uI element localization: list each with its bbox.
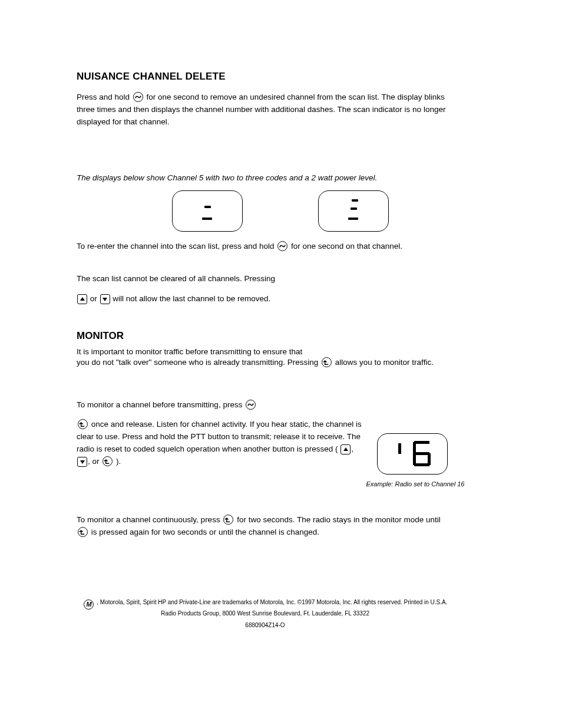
lcd-caption: Example: Radio set to Channel 16 bbox=[365, 480, 465, 487]
channel-down-icon bbox=[100, 294, 110, 304]
footer-address: Radio Products Group, 8000 West Sunrise … bbox=[59, 610, 471, 618]
text: for two seconds. The radio stays in the … bbox=[237, 515, 441, 524]
nuisance-para3-line2: or will not allow the last channel to be… bbox=[77, 293, 454, 305]
channel-up-icon bbox=[77, 294, 87, 304]
scan-icon bbox=[246, 400, 256, 410]
text: The scan list cannot be cleared of all c… bbox=[77, 274, 275, 283]
nuisance-para1: Press and hold for one second to remove … bbox=[77, 91, 454, 129]
monitor-para2: To monitor a channel before transmitting… bbox=[77, 399, 371, 411]
enter-monitor-icon bbox=[78, 527, 88, 537]
text: , Motorola, Spirit, Spirit HP and Privat… bbox=[97, 599, 447, 605]
nuisance-para3-line1: The scan list cannot be cleared of all c… bbox=[77, 273, 454, 285]
lcd-display-channel16 bbox=[377, 433, 448, 475]
monitor-para2b: once and release. Listen for channel act… bbox=[77, 419, 365, 468]
channel-down-icon bbox=[77, 457, 87, 467]
footer-copyright: M , Motorola, Spirit, Spirit HP and Priv… bbox=[59, 598, 471, 610]
manual-page: { "title": "NUISANCE CHANNEL DELETE", "p… bbox=[0, 0, 562, 728]
enter-monitor-icon bbox=[322, 357, 332, 367]
text: or bbox=[90, 294, 97, 303]
monitor-para3: To monitor a channel continuously, press… bbox=[77, 514, 454, 539]
monitor-para1-l2: you do not "talk over" someone who is al… bbox=[77, 357, 454, 369]
scan-icon bbox=[277, 241, 287, 251]
text: allows you to monitor traffic. bbox=[335, 358, 434, 367]
text: for one second on that channel. bbox=[291, 242, 402, 251]
channel-up-icon bbox=[340, 444, 351, 454]
text: will not allow the last channel to be re… bbox=[113, 294, 270, 303]
monitor-title: MONITOR bbox=[77, 328, 454, 344]
text: Press and hold bbox=[77, 93, 132, 101]
text: , or bbox=[88, 457, 100, 466]
scan-icon bbox=[133, 92, 143, 102]
text: To monitor a channel before transmitting… bbox=[77, 400, 244, 409]
footer: M , Motorola, Spirit, Spirit HP and Priv… bbox=[59, 598, 471, 629]
nuisance-para2: To re-enter the channel into the scan li… bbox=[77, 241, 454, 253]
lcd-display-after bbox=[318, 190, 389, 232]
lcd-display-before bbox=[172, 190, 243, 232]
enter-monitor-icon bbox=[78, 419, 88, 429]
motorola-logo-icon: M bbox=[84, 599, 94, 610]
footer-part-number: 6880904Z14-O bbox=[59, 621, 471, 630]
section-title: NUISANCE CHANNEL DELETE bbox=[77, 71, 226, 83]
text: To monitor a channel continuously, press bbox=[77, 515, 222, 524]
enter-monitor-icon bbox=[103, 456, 113, 466]
text: once and release. Listen for channel act… bbox=[77, 420, 362, 453]
text: ). bbox=[116, 457, 121, 466]
displays-note: The displays below show Channel 5 with t… bbox=[77, 172, 454, 185]
text: is pressed again for two seconds or unti… bbox=[91, 528, 319, 536]
text: you do not "talk over" someone who is al… bbox=[77, 358, 320, 367]
text: To re-enter the channel into the scan li… bbox=[77, 242, 276, 251]
enter-monitor-icon bbox=[223, 515, 233, 525]
text: , bbox=[351, 444, 353, 453]
